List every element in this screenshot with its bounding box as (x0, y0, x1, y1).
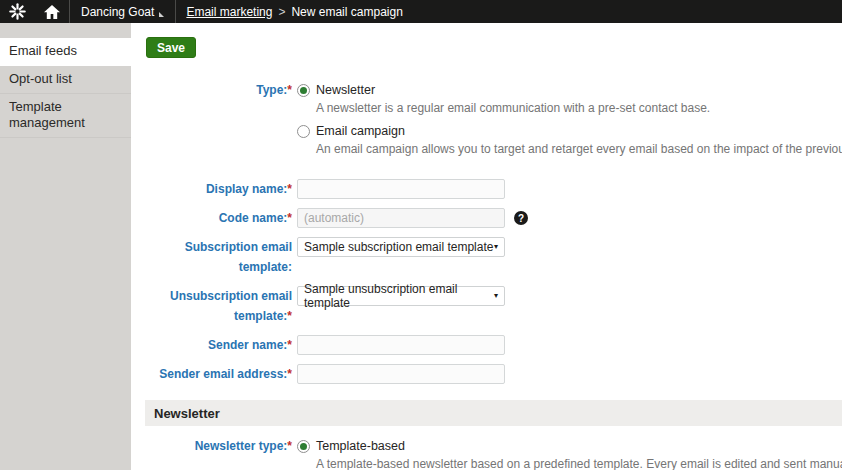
caret-down-icon: ▾ (494, 292, 498, 300)
display-name-input[interactable] (297, 179, 505, 199)
required-marker: * (287, 211, 292, 225)
breadcrumb-link-email-marketing[interactable]: Email marketing (186, 5, 272, 19)
display-name-label: Display name:* (131, 179, 292, 199)
type-field-label: Type:* (131, 83, 292, 98)
site-selector[interactable]: Dancing Goat (70, 0, 175, 23)
breadcrumb-separator: > (278, 5, 285, 19)
code-name-input[interactable] (297, 208, 505, 228)
toolbar: Save (131, 23, 842, 58)
site-selector-label: Dancing Goat (81, 5, 154, 19)
breadcrumb-current-page: New email campaign (291, 5, 402, 19)
newsletter-radio[interactable] (297, 84, 310, 97)
sender-name-input[interactable] (297, 335, 505, 355)
template-based-radio-label[interactable]: Template-based (316, 439, 405, 453)
sender-email-label: Sender email address:* (131, 364, 292, 384)
home-icon (44, 5, 60, 19)
code-name-row: Code name:* ? (131, 208, 842, 228)
template-based-radio[interactable] (297, 440, 310, 453)
unsubscription-template-value: Sample unsubscription email template (304, 282, 494, 310)
required-marker: * (287, 338, 292, 352)
template-based-description: A template-based newsletter based on a p… (316, 457, 842, 470)
sender-name-row: Sender name:* (131, 335, 842, 355)
save-button[interactable]: Save (146, 37, 196, 58)
kentico-snowflake-icon (9, 3, 26, 20)
top-header-bar: Dancing Goat Email marketing > New email… (0, 0, 842, 23)
newsletter-type-label: Newsletter type:* (131, 439, 292, 454)
newsletter-type-options: Template-based A template-based newslett… (297, 439, 842, 470)
sender-name-label: Sender name:* (131, 335, 292, 355)
required-marker: * (287, 83, 292, 97)
newsletter-radio-label[interactable]: Newsletter (316, 83, 375, 97)
breadcrumb: Email marketing > New email campaign (176, 0, 412, 23)
sender-email-input[interactable] (297, 364, 505, 384)
caret-down-icon: ▾ (494, 243, 498, 251)
section-title: Newsletter (154, 406, 220, 421)
sidebar: Email feeds Opt-out list Template manage… (0, 23, 131, 470)
required-marker: * (287, 439, 292, 453)
required-marker: * (287, 182, 292, 196)
unsubscription-template-select[interactable]: Sample unsubscription email template ▾ (297, 286, 505, 306)
main-content: Save Type:* Newsletter A newsletter is a… (131, 23, 842, 470)
subscription-template-select[interactable]: Sample subscription email template ▾ (297, 237, 505, 257)
type-option-newsletter: Newsletter A newsletter is a regular ema… (297, 83, 842, 115)
newsletter-section-header: Newsletter (145, 400, 842, 426)
subscription-template-row: Subscription email template: Sample subs… (131, 237, 842, 277)
subscription-template-label: Subscription email template: (131, 237, 292, 277)
email-campaign-description: An email campaign allows you to target a… (316, 142, 842, 156)
unsubscription-template-row: Unsubscription email template:* Sample u… (131, 286, 842, 326)
required-marker: * (287, 367, 292, 381)
sidebar-item-opt-out-list[interactable]: Opt-out list (0, 66, 131, 94)
kentico-logo-icon[interactable] (0, 0, 35, 23)
type-option-email-campaign: Email campaign An email campaign allows … (297, 124, 842, 156)
newsletter-type-row: Newsletter type:* Template-based A templ… (131, 439, 842, 470)
display-name-row: Display name:* (131, 179, 842, 199)
required-marker: * (287, 309, 292, 323)
email-campaign-radio-label[interactable]: Email campaign (316, 124, 405, 138)
site-selector-caret-icon (159, 12, 164, 17)
new-email-campaign-form: Type:* Newsletter A newsletter is a regu… (131, 83, 842, 470)
home-button[interactable] (35, 0, 69, 23)
sidebar-item-email-feeds[interactable]: Email feeds (0, 38, 131, 66)
sidebar-item-template-management[interactable]: Template management (0, 94, 131, 138)
type-options: Newsletter A newsletter is a regular ema… (297, 83, 842, 165)
code-name-label: Code name:* (131, 208, 292, 228)
option-template-based: Template-based A template-based newslett… (297, 439, 842, 470)
subscription-template-value: Sample subscription email template (304, 240, 493, 254)
help-icon[interactable]: ? (514, 211, 528, 225)
sender-email-row: Sender email address:* (131, 364, 842, 384)
email-campaign-radio[interactable] (297, 125, 310, 138)
unsubscription-template-label: Unsubscription email template:* (131, 286, 292, 326)
type-field-row: Type:* Newsletter A newsletter is a regu… (131, 83, 842, 165)
newsletter-description: A newsletter is a regular email communic… (316, 101, 842, 115)
